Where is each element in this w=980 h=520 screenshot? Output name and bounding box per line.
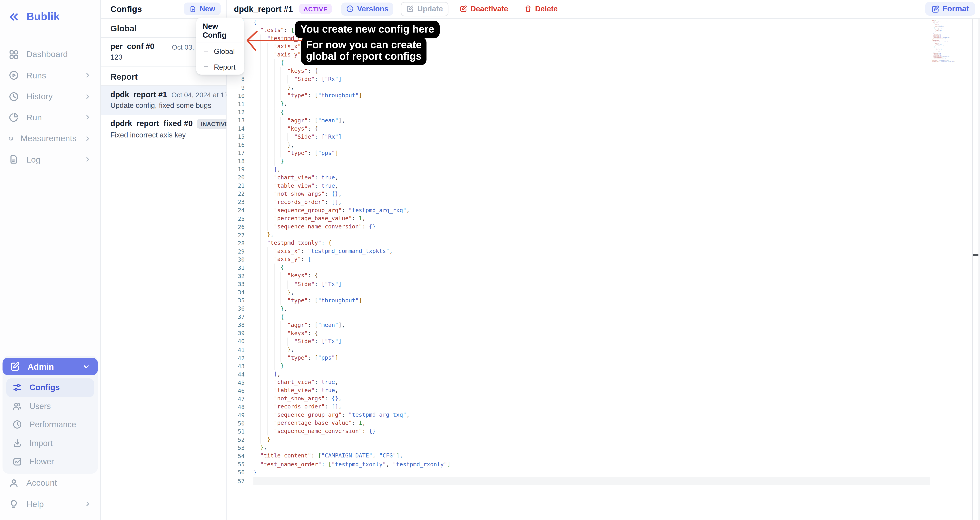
json-editor[interactable]: 1234567891011121314151617181920212223242… [226,18,980,520]
minimap-line: "testpmd_txonly": { [931,40,947,41]
chevron-down-icon [82,362,91,371]
line-number: 42 [226,354,245,362]
import-icon [13,439,22,448]
sidebar-item-configs[interactable]: Configs [6,378,94,397]
versions-button[interactable]: Versions [341,2,394,16]
code-line: "keys": { [253,272,930,280]
code-line: { [253,18,930,27]
code-line: "sequence_group_arg": "testpmd_arg_txq", [253,411,930,420]
inactive-badge: INACTIVE [197,119,226,128]
code-line: "type": ["pps"] [253,149,930,158]
line-number: 46 [226,387,245,395]
config-item-description: Fixed incorrect axis key [110,131,216,138]
sidebar-item-import[interactable]: Import [6,434,94,452]
line-number: 24 [226,207,245,215]
plus-icon [203,64,210,70]
minimap-line: "testpmd_rxonly": { [931,21,947,22]
editor-gutter: 1234567891011121314151617181920212223242… [226,18,245,485]
edit-square-icon [407,5,414,13]
minimap-line: "Side": ["Tx"] [931,44,947,45]
collapse-sidebar-icon[interactable] [8,11,20,23]
minimap-line: "table_view": true, [931,54,947,55]
sidebar-item-measurements[interactable]: Measurements [0,128,100,149]
chevron-right-icon [84,72,92,79]
minimap-line: "type": ["throughput"] [931,46,947,46]
update-label: Update [417,5,443,13]
sidebar-item-account[interactable]: Account [0,472,100,493]
sidebar-item-performance[interactable]: Performance [6,415,94,434]
line-number: 14 [226,125,245,133]
code-line: "type": ["throughput"] [253,297,930,305]
delete-button[interactable]: Delete [519,2,563,16]
minimap-line: }, [931,50,947,51]
new-config-button[interactable]: New [184,3,221,15]
sidebar-item-label: Admin [28,362,75,371]
scrollbar-track[interactable] [978,18,980,520]
sidebar-item-help[interactable]: Help [0,493,100,515]
config-title: dpdk_report #1 [234,4,293,14]
code-line: "table_view": true, [253,182,930,190]
sidebar-item-history[interactable]: History [0,86,100,107]
deactivate-button[interactable]: Deactivate [455,2,513,16]
dropdown-item-report[interactable]: Report [196,59,244,75]
format-button[interactable]: Format [925,2,975,16]
code-line: "sequence_name_conversion": {} [253,427,930,436]
config-item-title: dpdrk_report_fixed #0 [110,119,192,128]
minimap-line: "chart_view": true, [931,34,947,35]
line-number: 52 [226,436,245,445]
config-list-item[interactable]: dpdk_report #1Oct 04, 2024 at 17:51Updat… [100,86,226,115]
minimap-line: } [931,62,947,63]
bulb-icon [9,499,19,509]
sidebar-item-label: Flower [29,457,88,466]
edit-square-icon [460,5,467,13]
sidebar-item-run[interactable]: Run [0,107,100,128]
line-number: 44 [226,371,245,379]
dropdown-item-label: Report [214,63,235,71]
config-item-description: Update config, fixed some bugs [110,101,216,109]
line-number: 36 [226,305,245,313]
update-button-disabled[interactable]: Update [401,2,449,16]
sidebar-item-flower[interactable]: Flower [6,452,94,471]
sidebar-item-label: Help [26,499,76,509]
sidebar-item-runs[interactable]: Runs [0,65,100,86]
clock-icon [347,5,354,13]
line-number: 15 [226,133,245,141]
minimap-line: "sequence_name_conversion": {} [931,39,947,40]
code-line: "title_content": ["CAMPAIGN_DATE", "CFG"… [253,452,930,460]
minimap-line: "Side": ["Tx"] [931,49,947,50]
line-number: 25 [226,215,245,223]
minimap-line: { [931,23,947,24]
line-number: 9 [226,84,245,92]
line-number: 53 [226,444,245,453]
code-line: } [253,362,930,370]
minimap-line: "axis_x": "testpmd_command_txpkts", [931,41,947,42]
sidebar-item-log[interactable]: Log [0,149,100,170]
sidebar-item-users[interactable]: Users [6,397,94,415]
line-number: 23 [226,198,245,207]
code-line: ], [253,166,930,174]
code-line: "percentage_base_value": 1, [253,215,930,223]
chevron-right-icon [84,156,92,163]
line-number: 40 [226,338,245,346]
editor-code: { "tests": { "testpmd_rxonly": { "axis_x… [253,18,930,485]
line-number: 39 [226,330,245,338]
code-line: "aggr": ["mean"], [253,116,930,125]
line-number: 12 [226,108,245,116]
chevron-right-icon [84,156,92,163]
sidebar-item-dashboard[interactable]: Dashboard [0,44,100,65]
line-number: 57 [226,477,245,485]
minimap-line: "keys": { [931,43,947,44]
sidebar-item-label: History [26,92,76,101]
sidebar-item-admin[interactable]: Admin [3,358,98,375]
minimap-line: "percentage_base_value": 1, [931,57,947,58]
activity-dot-icon [13,457,22,466]
minimap-line: "not_show_args": {}, [931,55,947,56]
line-number: 32 [226,272,245,281]
code-line: "aggr": ["mean"], [253,321,930,329]
minimap-line: "Side": ["Rx"] [931,25,947,26]
new-config-dropdown: New Config GlobalReport [196,18,244,75]
config-list-item[interactable]: dpdrk_report_fixed #0INACTIVEOct 04, 202… [100,115,226,144]
code-line: }, [253,305,930,313]
dropdown-item-global[interactable]: Global [196,43,244,59]
format-label: Format [942,5,969,13]
